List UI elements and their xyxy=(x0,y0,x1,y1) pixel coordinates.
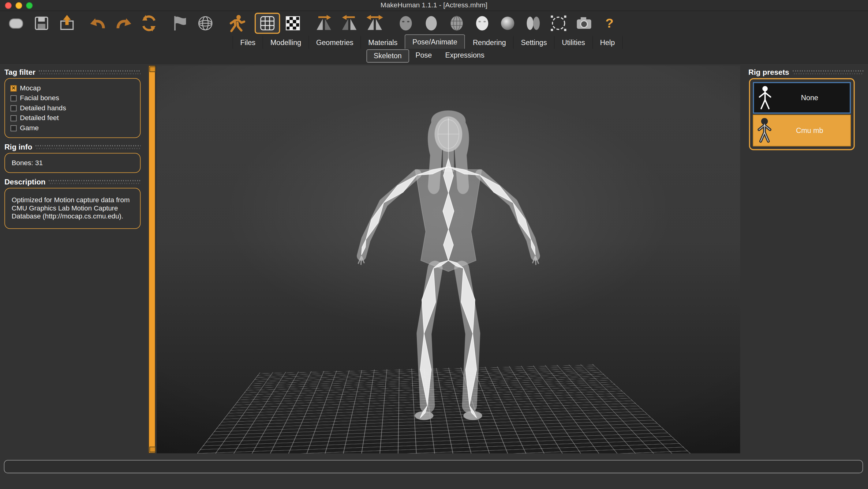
skeleton-figure-icon xyxy=(753,118,776,143)
tab-bar: Files Modelling Geometries Materials Pos… xyxy=(0,35,868,49)
rig-info-box: Bones: 31 xyxy=(4,153,141,173)
new-document-icon xyxy=(6,13,26,33)
undo-icon xyxy=(88,13,108,33)
checkbox-label: Mocap xyxy=(20,84,41,92)
head-button[interactable] xyxy=(418,13,444,34)
help-icon: ? xyxy=(606,16,614,31)
checkbox-label: Detailed feet xyxy=(20,114,59,122)
pose-button[interactable] xyxy=(224,13,249,34)
help-button[interactable]: ? xyxy=(597,13,622,34)
subtab-expressions[interactable]: Expressions xyxy=(439,49,491,62)
checkbox-label: Game xyxy=(20,124,39,132)
wireframe-globe-button[interactable] xyxy=(192,13,218,34)
subtabs: Skeleton Pose Expressions xyxy=(366,49,491,62)
tab-modelling[interactable]: Modelling xyxy=(262,36,309,49)
rig-presets-header: Rig presets xyxy=(748,68,863,76)
description-text: Optimized for Motion capture data from C… xyxy=(10,193,134,224)
viewport-slider[interactable] xyxy=(149,65,156,453)
window-title: MakeHuman 1.1.1 - [Actress.mhm] xyxy=(0,1,868,9)
pose-icon xyxy=(226,13,246,33)
symmetry-left-button[interactable] xyxy=(337,13,362,34)
symmetry-left-icon xyxy=(339,13,359,33)
checkbox-row-detailed-hands[interactable]: Detailed hands xyxy=(10,103,134,113)
redo-icon xyxy=(114,13,133,33)
makehuman-window: MakeHuman 1.1.1 - [Actress.mhm] xyxy=(0,0,868,489)
section-title-rule xyxy=(49,180,141,184)
rig-preset-label: Cmu mb xyxy=(776,126,850,135)
symmetry-right-button[interactable] xyxy=(311,13,336,34)
smooth-face-button[interactable] xyxy=(393,13,418,34)
mocap-checkbox[interactable]: ✕ xyxy=(10,85,17,91)
texture-checker-button[interactable] xyxy=(280,13,306,34)
grid-button[interactable] xyxy=(255,13,280,34)
rig-preset-none[interactable]: None xyxy=(753,82,851,114)
sphere-button[interactable] xyxy=(495,13,520,34)
save-icon xyxy=(32,13,52,33)
title-bar: MakeHuman 1.1.1 - [Actress.mhm] xyxy=(0,0,868,11)
right-panel: Rig presets None Cmu mb xyxy=(744,63,868,150)
section-title-rule xyxy=(39,70,141,75)
reload-button[interactable] xyxy=(136,13,162,34)
wireframe-globe-icon xyxy=(195,13,215,33)
section-title-rule xyxy=(35,145,141,149)
new-document-button[interactable] xyxy=(3,13,29,34)
rig-presets-box: None Cmu mb xyxy=(749,78,855,150)
smooth-face-icon xyxy=(396,13,416,33)
symmetry-both-icon xyxy=(365,13,385,33)
description-title: Description xyxy=(4,178,45,186)
checkbox-row-game[interactable]: Game xyxy=(10,123,134,133)
rig-preset-cmu-mb[interactable]: Cmu mb xyxy=(753,115,851,146)
grid-icon xyxy=(257,13,277,33)
rig-info-header: Rig info xyxy=(4,143,141,151)
tabs: Files Modelling Geometries Materials Pos… xyxy=(232,36,623,49)
material-ring-button[interactable] xyxy=(546,13,571,34)
camera-icon xyxy=(574,13,594,33)
reload-icon xyxy=(139,13,159,33)
white-face-button[interactable] xyxy=(469,13,495,34)
tab-utilities[interactable]: Utilities xyxy=(554,36,592,49)
toolbar: ? xyxy=(0,11,868,35)
flag-icon xyxy=(170,13,190,33)
symmetry-right-icon xyxy=(314,13,334,33)
flag-button[interactable] xyxy=(167,13,192,34)
viewport-3d[interactable] xyxy=(157,65,740,453)
symmetry-both-button[interactable] xyxy=(362,13,388,34)
human-outline-icon xyxy=(754,85,776,111)
dual-lobe-button[interactable] xyxy=(520,13,546,34)
tag-filter-box: ✕ Mocap Facial bones Detailed hands Deta… xyxy=(4,78,141,138)
undo-button[interactable] xyxy=(85,13,111,34)
material-ring-icon xyxy=(549,13,568,33)
subtab-skeleton[interactable]: Skeleton xyxy=(366,49,409,62)
detailed-hands-checkbox[interactable] xyxy=(10,105,17,111)
checkbox-row-detailed-feet[interactable]: Detailed feet xyxy=(10,113,134,123)
left-panel: Tag filter ✕ Mocap Facial bones Detailed… xyxy=(0,63,145,231)
tab-geometries[interactable]: Geometries xyxy=(309,36,361,49)
tag-filter-header: Tag filter xyxy=(4,68,141,76)
redo-button[interactable] xyxy=(111,13,136,34)
checkbox-row-facial-bones[interactable]: Facial bones xyxy=(10,93,134,103)
checkbox-label: Detailed hands xyxy=(20,104,66,112)
tab-pose-animate[interactable]: Pose/Animate xyxy=(405,34,465,49)
export-button[interactable] xyxy=(54,13,80,34)
tab-files[interactable]: Files xyxy=(232,36,262,49)
tab-help[interactable]: Help xyxy=(592,36,623,49)
export-icon xyxy=(57,13,77,33)
detailed-feet-checkbox[interactable] xyxy=(10,115,17,121)
rig-presets-title: Rig presets xyxy=(748,68,789,76)
tab-settings[interactable]: Settings xyxy=(513,36,554,49)
status-bar xyxy=(4,460,863,473)
dual-lobe-icon xyxy=(523,13,543,33)
tab-materials[interactable]: Materials xyxy=(361,36,405,49)
save-button[interactable] xyxy=(29,13,54,34)
tab-rendering[interactable]: Rendering xyxy=(465,36,513,49)
subtab-bar: Skeleton Pose Expressions xyxy=(0,49,868,64)
description-box: Optimized for Motion capture data from C… xyxy=(4,188,141,229)
white-face-icon xyxy=(472,13,492,33)
facial-bones-checkbox[interactable] xyxy=(10,95,17,101)
wireframe-face-button[interactable] xyxy=(444,13,469,34)
game-checkbox[interactable] xyxy=(10,125,17,131)
subtab-pose[interactable]: Pose xyxy=(409,49,439,62)
checkbox-row-mocap[interactable]: ✕ Mocap xyxy=(10,83,134,93)
section-title-rule xyxy=(793,70,863,75)
camera-button[interactable] xyxy=(571,13,597,34)
